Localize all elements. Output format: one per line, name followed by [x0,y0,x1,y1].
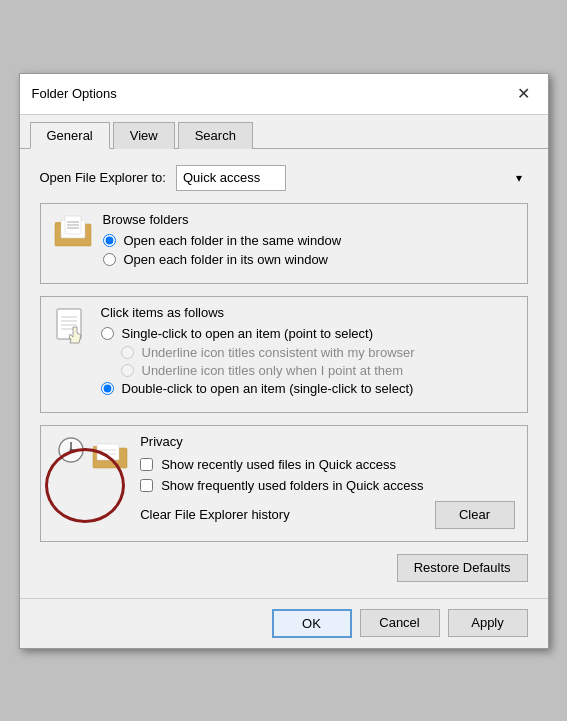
clear-history-label: Clear File Explorer history [140,507,434,522]
browse-same-window-label: Open each folder in the same window [124,233,342,248]
double-click-label: Double-click to open an item (single-cli… [122,381,414,396]
dialog-content: Open File Explorer to: Quick access This… [20,149,548,598]
click-items-group: Click items as follows Single-click to o… [40,296,528,413]
frequent-folders-option: Show frequently used folders in Quick ac… [140,478,514,493]
double-click-radio[interactable] [101,382,114,395]
browse-folders-icon [53,214,93,253]
tab-general[interactable]: General [30,122,110,149]
privacy-label: Privacy [140,434,514,449]
tab-search[interactable]: Search [178,122,253,149]
single-click-sub-options: Underline icon titles consistent with my… [121,345,515,378]
open-explorer-label: Open File Explorer to: [40,170,166,185]
frequent-folders-checkbox[interactable] [140,479,153,492]
browse-own-window-radio[interactable] [103,253,116,266]
apply-button[interactable]: Apply [448,609,528,637]
recent-files-label: Show recently used files in Quick access [161,457,396,472]
click-items-options: Click items as follows Single-click to o… [101,305,515,400]
browse-folders-group: Browse folders Open each folder in the s… [40,203,528,284]
clear-history-row: Clear File Explorer history Clear [140,501,514,529]
browse-own-window-label: Open each folder in its own window [124,252,329,267]
browse-same-window-option: Open each folder in the same window [103,233,515,248]
underline-browser-option: Underline icon titles consistent with my… [121,345,515,360]
privacy-icon-col [53,434,129,473]
underline-browser-radio[interactable] [121,346,134,359]
browse-folders-label: Browse folders [103,212,515,227]
restore-defaults-button[interactable]: Restore Defaults [397,554,528,582]
underline-point-radio[interactable] [121,364,134,377]
dialog-title: Folder Options [32,86,117,101]
clock-icon [53,434,89,470]
browse-same-window-radio[interactable] [103,234,116,247]
underline-point-label: Underline icon titles only when I point … [142,363,404,378]
open-explorer-row: Open File Explorer to: Quick access This… [40,165,528,191]
privacy-options: Privacy Show recently used files in Quic… [140,434,514,529]
folder-options-dialog: Folder Options ✕ General View Search Ope… [19,73,549,649]
cancel-button[interactable]: Cancel [360,609,440,637]
restore-defaults-row: Restore Defaults [40,554,528,582]
underline-point-option: Underline icon titles only when I point … [121,363,515,378]
privacy-content: Privacy Show recently used files in Quic… [53,434,515,529]
click-items-icon [53,307,91,352]
recent-files-checkbox[interactable] [140,458,153,471]
frequent-folders-label: Show frequently used folders in Quick ac… [161,478,423,493]
underline-browser-label: Underline icon titles consistent with my… [142,345,415,360]
browse-own-window-option: Open each folder in its own window [103,252,515,267]
title-bar: Folder Options ✕ [20,74,548,115]
privacy-section: Privacy Show recently used files in Quic… [40,425,528,542]
click-items-label: Click items as follows [101,305,515,320]
double-click-option: Double-click to open an item (single-cli… [101,381,515,396]
svg-point-17 [69,448,72,451]
tab-view[interactable]: View [113,122,175,149]
privacy-folder-icon [92,442,128,470]
clear-button[interactable]: Clear [435,501,515,529]
single-click-radio[interactable] [101,327,114,340]
single-click-label: Single-click to open an item (point to s… [122,326,373,341]
single-click-option: Single-click to open an item (point to s… [101,326,515,341]
bottom-buttons: OK Cancel Apply [20,598,548,648]
click-items-content: Click items as follows Single-click to o… [53,305,515,400]
tab-bar: General View Search [20,115,548,149]
open-explorer-select-wrapper: Quick access This PC [176,165,528,191]
open-explorer-select[interactable]: Quick access This PC [176,165,286,191]
svg-rect-20 [97,444,119,460]
browse-folders-options: Browse folders Open each folder in the s… [103,212,515,271]
recent-files-option: Show recently used files in Quick access [140,457,514,472]
browse-folders-content: Browse folders Open each folder in the s… [53,212,515,271]
close-button[interactable]: ✕ [512,82,536,106]
ok-button[interactable]: OK [272,609,352,638]
